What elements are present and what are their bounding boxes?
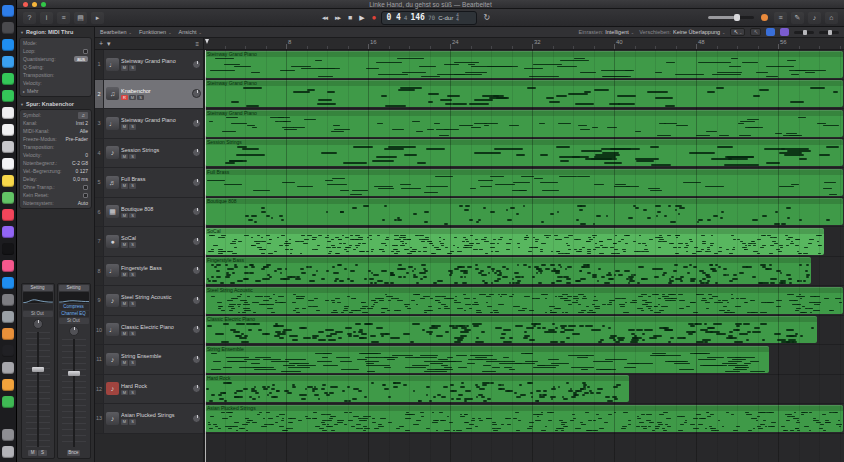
track-lane-10[interactable]: Classic Electric Piano bbox=[204, 316, 844, 346]
track-volume-knob[interactable] bbox=[192, 325, 201, 334]
dock-item-facetime[interactable] bbox=[2, 90, 14, 102]
track-sort-menu[interactable]: ▾ bbox=[107, 40, 111, 48]
dock-item-maps[interactable] bbox=[2, 192, 14, 204]
track-param-row[interactable]: MIDI-Kanal:Alle bbox=[20, 127, 91, 135]
track-param-row[interactable]: Transposition: bbox=[20, 143, 91, 151]
fullscreen-button[interactable] bbox=[41, 2, 46, 7]
track-header-11[interactable]: 11♪String EnsembleMS bbox=[95, 345, 203, 375]
checkbox[interactable] bbox=[83, 193, 88, 198]
track-lane-5[interactable]: Full Brass bbox=[204, 168, 844, 198]
track-mute-button[interactable]: M bbox=[121, 272, 128, 278]
plugin-slot[interactable]: Channel EQ bbox=[59, 311, 89, 317]
vertical-zoom-slider[interactable] bbox=[819, 31, 839, 34]
midi-region[interactable]: Session Strings bbox=[205, 139, 843, 166]
dock-item-launchpad[interactable] bbox=[2, 22, 14, 34]
dock-item-podcasts[interactable] bbox=[2, 226, 14, 238]
channel-setting-button[interactable]: Setting bbox=[23, 285, 53, 291]
track-volume-knob[interactable] bbox=[192, 237, 201, 246]
track-header-6[interactable]: 6▦Boutique 808MS bbox=[95, 198, 203, 228]
region-param-row[interactable]: Loop: bbox=[20, 47, 91, 55]
rewind-button[interactable]: ◂◂ bbox=[320, 12, 329, 24]
track-param-row[interactable]: Symbol:♫ bbox=[20, 111, 91, 119]
track-solo-button[interactable]: S bbox=[129, 390, 136, 396]
record-button[interactable]: ● bbox=[370, 12, 378, 24]
midi-region[interactable]: Classic Electric Piano bbox=[205, 316, 817, 343]
master-volume-slider[interactable] bbox=[708, 16, 754, 19]
midi-region[interactable]: Asian Plucked Strings bbox=[205, 405, 843, 432]
track-mute-button[interactable]: M bbox=[129, 95, 136, 101]
track-lane-12[interactable]: Hard Rock bbox=[204, 375, 844, 405]
track-mute-button[interactable]: M bbox=[121, 242, 128, 248]
horizontal-zoom-slider[interactable] bbox=[794, 31, 814, 34]
track-param-row[interactable]: Ohne Transp.: bbox=[20, 183, 91, 191]
quick-help-icon[interactable]: ? bbox=[23, 12, 36, 24]
header-config-icon[interactable]: ≡ bbox=[195, 41, 199, 47]
dock-item-garageband[interactable] bbox=[2, 328, 14, 340]
region-param-more-row[interactable]: ▸Mehr bbox=[20, 87, 91, 95]
track-mute-button[interactable]: M bbox=[121, 124, 128, 130]
track-param-row[interactable]: Delay:0,0 ms bbox=[20, 175, 91, 183]
inspector-icon[interactable]: i bbox=[40, 12, 53, 24]
dock-item-notes[interactable] bbox=[2, 175, 14, 187]
dock-item-finder[interactable] bbox=[2, 5, 14, 17]
track-mute-button[interactable]: M bbox=[121, 183, 128, 189]
track-param-row[interactable]: Vel.-Begrenzung:0 127 bbox=[20, 167, 91, 175]
track-header-2[interactable]: 2♫KnabenchorRMS bbox=[95, 80, 203, 110]
midi-region[interactable]: Steel String Acoustic bbox=[205, 287, 843, 314]
track-mute-button[interactable]: M bbox=[121, 301, 128, 307]
track-volume-knob[interactable] bbox=[192, 119, 201, 128]
track-header-10[interactable]: 10♩Classic Electric PianoMS bbox=[95, 316, 203, 346]
midi-region[interactable]: Hard Rock bbox=[205, 375, 629, 402]
dock-item-photos[interactable] bbox=[2, 107, 14, 119]
dock-item-terminal[interactable] bbox=[2, 345, 14, 357]
region-param-row[interactable]: Transposition: bbox=[20, 71, 91, 79]
track-solo-button[interactable]: S bbox=[129, 154, 136, 160]
track-solo-button[interactable]: S bbox=[129, 124, 136, 130]
track-volume-knob[interactable] bbox=[192, 296, 201, 305]
play-button[interactable]: ▶ bbox=[357, 12, 365, 24]
dock-item-activity-monitor[interactable] bbox=[2, 362, 14, 374]
track-header-4[interactable]: 4♪Session StringsMS bbox=[95, 139, 203, 169]
track-lane-6[interactable]: Boutique 808 bbox=[204, 198, 844, 228]
auto-zoom-button[interactable] bbox=[780, 28, 789, 36]
midi-region[interactable]: SoCal bbox=[205, 228, 824, 255]
mute-button[interactable]: M bbox=[28, 450, 37, 456]
region-param-row[interactable]: Mode: bbox=[20, 39, 91, 47]
apple-loops-icon[interactable]: ♪ bbox=[808, 12, 821, 24]
track-record-button[interactable]: R bbox=[121, 95, 128, 101]
track-header-1[interactable]: 1♩Steinway Grand PianoMS bbox=[95, 50, 203, 80]
dock-item-trash[interactable] bbox=[2, 446, 14, 458]
channel-setting-button[interactable]: Setting bbox=[59, 285, 89, 291]
track-solo-button[interactable]: S bbox=[129, 242, 136, 248]
track-header-12[interactable]: 12♪Hard RockMS bbox=[95, 375, 203, 405]
track-solo-button[interactable]: S bbox=[129, 272, 136, 278]
dock-item-tv[interactable] bbox=[2, 243, 14, 255]
editors-icon[interactable]: ▸ bbox=[91, 12, 104, 24]
track-mute-button[interactable]: M bbox=[121, 65, 128, 71]
arrange-area[interactable]: Steinway Grand PianoSteinway Grand Piano… bbox=[204, 50, 844, 462]
track-lane-1[interactable]: Steinway Grand Piano bbox=[204, 50, 844, 80]
track-header-9[interactable]: 9♪Steel String AcousticMS bbox=[95, 286, 203, 316]
solo-button[interactable]: S bbox=[38, 450, 47, 456]
track-mute-button[interactable]: M bbox=[121, 331, 128, 337]
track-volume-knob[interactable] bbox=[192, 178, 201, 187]
bar-ruler[interactable]: 8162432404856 bbox=[204, 38, 844, 49]
lcd-display[interactable]: 0 4 4 146 70 C-dur 44 bbox=[381, 11, 477, 25]
playhead-marker[interactable] bbox=[205, 39, 209, 44]
volume-fader[interactable] bbox=[26, 332, 50, 447]
eq-thumbnail[interactable] bbox=[59, 292, 89, 303]
command-click-tool-menu[interactable]: ↖ bbox=[750, 28, 761, 36]
region-param-row[interactable]: Velocity: bbox=[20, 79, 91, 87]
track-lane-8[interactable]: Fingerstyle Bass bbox=[204, 257, 844, 287]
track-solo-button[interactable]: S bbox=[129, 65, 136, 71]
track-mute-button[interactable]: M bbox=[121, 360, 128, 366]
track-header-3[interactable]: 3♩Steinway Grand PianoMS bbox=[95, 109, 203, 139]
cycle-button[interactable]: ↻ bbox=[481, 13, 492, 22]
track-header-13[interactable]: 13♪Asian Plucked StringsMS bbox=[95, 404, 203, 434]
dock-item-appstore[interactable] bbox=[2, 277, 14, 289]
dock-item-reminders[interactable] bbox=[2, 158, 14, 170]
mixer-icon[interactable]: ▤ bbox=[74, 12, 87, 24]
track-param-row[interactable]: Notenbegrenz.:C-2 G8 bbox=[20, 159, 91, 167]
checkbox[interactable] bbox=[83, 49, 88, 54]
dock-item-system-preferences[interactable] bbox=[2, 294, 14, 306]
